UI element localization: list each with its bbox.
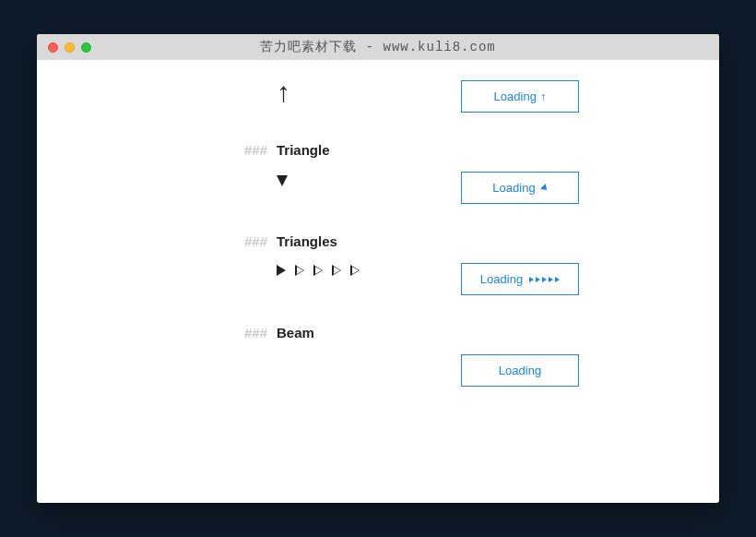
section-heading-triangle: ### Triangle bbox=[37, 142, 719, 159]
close-icon[interactable] bbox=[48, 42, 58, 53]
arrow-up-icon: ↑ bbox=[540, 90, 547, 103]
heading-beam: Beam bbox=[277, 325, 314, 340]
arrow-spinner: ↑ bbox=[277, 80, 461, 110]
hash-icon: ### bbox=[244, 325, 267, 340]
titlebar: 苦力吧素材下载 - www.kuli8.com bbox=[37, 34, 719, 60]
window-controls bbox=[37, 42, 91, 53]
demo-row-triangles: Loading bbox=[37, 263, 719, 295]
minimize-icon[interactable] bbox=[65, 42, 75, 53]
hash-icon: ### bbox=[244, 233, 267, 249]
window-title: 苦力吧素材下载 - www.kuli8.com bbox=[37, 39, 719, 55]
triangle-icon bbox=[555, 277, 560, 282]
triangle-outline-icon bbox=[350, 265, 360, 276]
triangle-icon bbox=[277, 265, 286, 276]
heading-triangles: Triangles bbox=[277, 233, 337, 249]
hash-icon: ### bbox=[244, 142, 267, 158]
loading-button-label: Loading bbox=[480, 272, 523, 286]
demo-row-arrow: ↑ Loading ↑ bbox=[37, 80, 719, 113]
heading-triangle: Triangle bbox=[277, 142, 330, 158]
section-heading-beam: ### Beam bbox=[37, 325, 719, 341]
loading-button-label: Loading bbox=[494, 90, 537, 103]
loading-button-arrow[interactable]: Loading ↑ bbox=[461, 80, 579, 113]
loading-button-beam[interactable]: Loading bbox=[461, 354, 579, 387]
triangle-icon bbox=[542, 277, 547, 282]
triangle-icon bbox=[549, 277, 553, 282]
triangle-icon bbox=[540, 184, 549, 193]
triangle-icon bbox=[536, 277, 540, 282]
section-heading-triangles: ### Triangles bbox=[37, 233, 719, 250]
loading-button-triangles[interactable]: Loading bbox=[461, 263, 579, 295]
triangle-icon bbox=[277, 175, 288, 186]
triangle-spinner bbox=[277, 172, 461, 185]
triangle-outline-icon bbox=[313, 265, 323, 276]
arrow-up-icon: ↑ bbox=[277, 78, 290, 106]
triangle-outline-icon bbox=[295, 265, 304, 276]
demo-window: 苦力吧素材下载 - www.kuli8.com ↑ Loading ↑ ### … bbox=[37, 34, 719, 503]
loading-button-triangle[interactable]: Loading bbox=[461, 172, 579, 204]
loading-button-label: Loading bbox=[499, 364, 541, 377]
triangle-icon bbox=[529, 277, 534, 282]
loading-button-label: Loading bbox=[492, 181, 535, 195]
demo-row-beam: Loading bbox=[37, 354, 719, 387]
maximize-icon[interactable] bbox=[81, 42, 91, 53]
triangles-spinner bbox=[277, 263, 461, 276]
content-area: ↑ Loading ↑ ### Triangle bbox=[37, 60, 719, 503]
demo-row-triangle: Loading bbox=[37, 172, 719, 204]
triangles-icon-group bbox=[529, 277, 560, 282]
beam-spinner bbox=[277, 354, 461, 356]
triangle-outline-icon bbox=[332, 265, 341, 276]
